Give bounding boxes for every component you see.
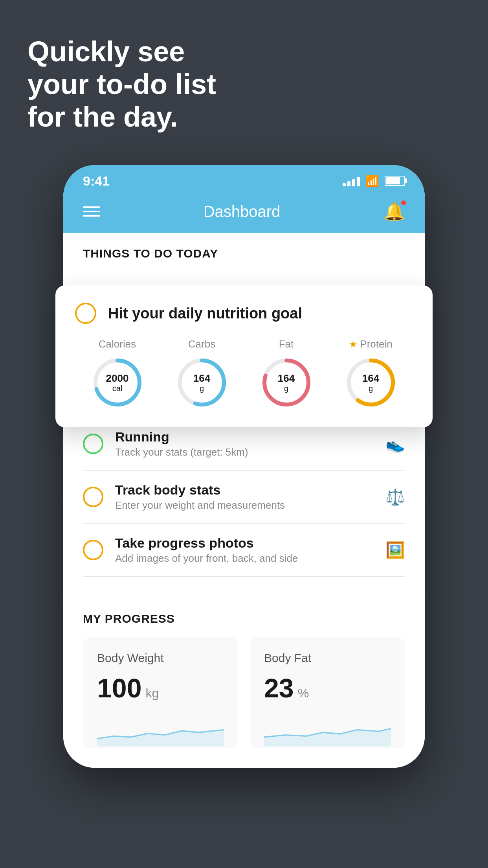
nutrition-card-title: Hit your daily nutrition goal <box>108 305 302 322</box>
nutrition-circle-btn[interactable] <box>75 303 96 324</box>
things-to-do-title: THINGS TO DO TODAY <box>63 233 425 268</box>
todo-circle-body-stats <box>83 487 103 507</box>
protein-chart: 164 g <box>343 355 398 410</box>
fat-value: 164 g <box>278 373 295 393</box>
todo-text-running: Running Track your stats (target: 5km) <box>115 429 374 458</box>
phone-mockup: 9:41 📶 Dashboard 🔔 THINGS TO DO TOD <box>63 165 425 768</box>
svg-marker-0 <box>97 730 224 747</box>
running-icon: 👟 <box>385 435 405 453</box>
notification-bell[interactable]: 🔔 <box>383 201 405 222</box>
body-weight-value: 100 kg <box>97 673 224 703</box>
hamburger-menu[interactable] <box>83 206 100 217</box>
status-time: 9:41 <box>83 173 110 189</box>
nutrition-card: Hit your daily nutrition goal Calories 2… <box>55 285 433 427</box>
body-fat-chart <box>264 715 391 747</box>
progress-cards: Body Weight 100 kg Body Fat 23 % <box>83 637 405 748</box>
fat-chart: 164 g <box>259 355 314 410</box>
body-weight-chart <box>97 715 224 747</box>
wifi-icon: 📶 <box>365 175 379 188</box>
carbs-chart: 164 g <box>174 355 229 410</box>
calories-value: 2000 cal <box>106 373 129 393</box>
protein-item: ★ Protein 164 g <box>343 338 398 410</box>
todo-text-body-stats: Track body stats Enter your weight and m… <box>115 482 374 511</box>
protein-label: ★ Protein <box>349 338 392 350</box>
calories-label: Calories <box>99 338 136 350</box>
nutrition-card-header: Hit your daily nutrition goal <box>75 303 413 324</box>
notification-dot <box>400 200 407 206</box>
fat-label: Fat <box>279 338 294 350</box>
status-bar: 9:41 📶 <box>63 165 425 193</box>
todo-list: Running Track your stats (target: 5km) 👟… <box>63 417 425 577</box>
nutrition-row: Calories 2000 cal Carbs <box>75 338 413 410</box>
hero-text: Quickly see your to-do list for the day. <box>28 35 216 133</box>
todo-item-body-stats[interactable]: Track body stats Enter your weight and m… <box>83 471 405 524</box>
status-icons: 📶 <box>343 175 405 188</box>
carbs-value: 164 g <box>193 373 210 393</box>
calories-chart: 2000 cal <box>90 355 145 410</box>
scale-icon: ⚖️ <box>385 488 405 506</box>
star-icon: ★ <box>349 339 358 350</box>
todo-circle-photos <box>83 540 103 560</box>
progress-title: MY PROGRESS <box>83 612 405 625</box>
fat-item: Fat 164 g <box>259 338 314 410</box>
signal-icon <box>343 175 360 186</box>
calories-item: Calories 2000 cal <box>90 338 145 410</box>
carbs-item: Carbs 164 g <box>174 338 229 410</box>
todo-text-photos: Take progress photos Add images of your … <box>115 535 374 565</box>
photo-icon: 🖼️ <box>385 541 405 559</box>
svg-marker-1 <box>264 729 391 747</box>
body-fat-value: 23 % <box>264 673 391 703</box>
todo-item-photos[interactable]: Take progress photos Add images of your … <box>83 524 405 577</box>
todo-circle-running <box>83 434 103 454</box>
nav-bar: Dashboard 🔔 <box>63 193 425 233</box>
nav-title: Dashboard <box>204 203 281 221</box>
progress-section: MY PROGRESS Body Weight 100 kg B <box>63 592 425 768</box>
body-fat-card[interactable]: Body Fat 23 % <box>250 637 405 748</box>
carbs-label: Carbs <box>188 338 215 350</box>
body-weight-card[interactable]: Body Weight 100 kg <box>83 637 238 748</box>
protein-value: 164 g <box>362 373 379 393</box>
battery-icon <box>385 176 405 186</box>
